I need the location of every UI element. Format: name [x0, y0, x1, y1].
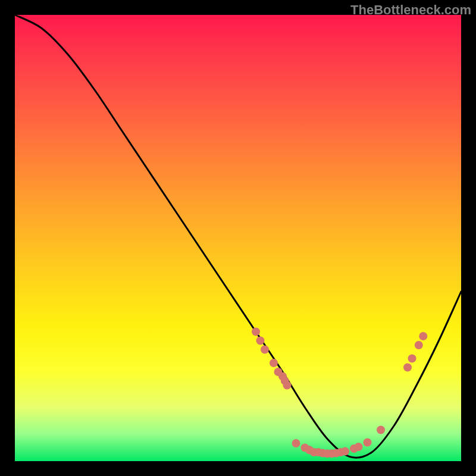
- curve-layer: [15, 15, 461, 461]
- bottleneck-curve: [15, 15, 461, 458]
- data-marker: [415, 341, 423, 349]
- data-marker: [408, 355, 416, 363]
- data-marker: [341, 447, 349, 456]
- data-marker: [252, 328, 260, 336]
- data-marker: [256, 337, 265, 345]
- data-marker: [261, 346, 269, 354]
- data-marker: [283, 381, 292, 390]
- data-marker: [355, 443, 363, 451]
- chart-frame: TheBottleneck.com: [0, 0, 476, 476]
- data-marker: [419, 332, 427, 340]
- data-marker: [377, 426, 385, 434]
- marker-layer: [252, 328, 427, 458]
- plot-area: [15, 15, 461, 461]
- data-marker: [364, 439, 372, 447]
- data-marker: [292, 439, 300, 447]
- data-marker: [270, 359, 278, 367]
- data-marker: [403, 364, 412, 372]
